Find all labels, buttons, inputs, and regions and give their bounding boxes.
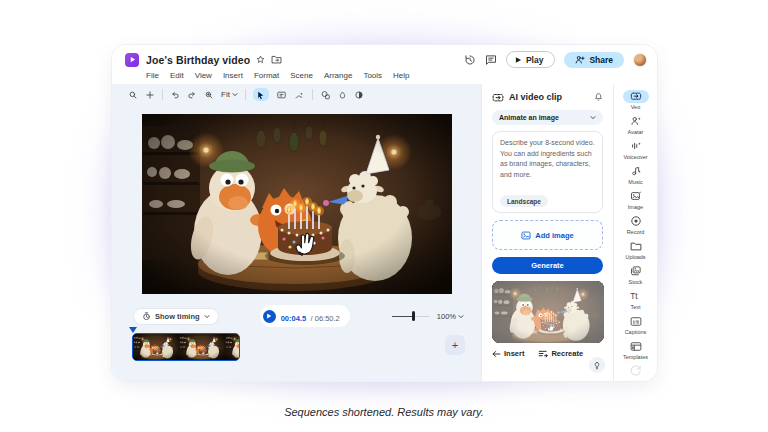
- add-icon[interactable]: [145, 90, 155, 100]
- toolbar: Fit: [112, 84, 481, 105]
- lightbulb-icon: [593, 361, 601, 370]
- menubar: File Edit View Insert Format Scene Arran…: [125, 68, 647, 82]
- menu-insert[interactable]: Insert: [223, 71, 243, 80]
- theme-icon[interactable]: [354, 90, 364, 100]
- insert-button[interactable]: Insert: [492, 349, 524, 358]
- total-time: / 06:50.2: [311, 314, 340, 323]
- sidebar-item-record[interactable]: Record: [614, 212, 657, 237]
- sidebar-item-uploads[interactable]: Uploads: [614, 237, 657, 262]
- fit-dropdown[interactable]: Fit: [221, 90, 238, 99]
- app-header: Joe's Birthday video Play: [112, 45, 657, 84]
- menu-edit[interactable]: Edit: [170, 71, 184, 80]
- add-image-button[interactable]: Add image: [492, 220, 603, 250]
- ai-clip-icon: [492, 92, 504, 103]
- timeline-controls: Show timing 00:04.5 / 06:50.2: [112, 307, 481, 325]
- select-tool-icon[interactable]: [253, 88, 269, 101]
- more-tools-icon: [629, 364, 642, 377]
- music-icon: [630, 165, 642, 178]
- vids-logo-icon[interactable]: [125, 53, 139, 67]
- sidebar-item-music[interactable]: Music: [614, 162, 657, 187]
- search-icon[interactable]: [128, 90, 138, 100]
- menu-view[interactable]: View: [195, 71, 212, 80]
- recreate-button[interactable]: Recreate: [538, 349, 583, 358]
- svg-text:Tt: Tt: [630, 292, 638, 301]
- video-canvas[interactable]: [142, 114, 452, 294]
- chevron-down-icon: [204, 314, 210, 319]
- undo-icon[interactable]: [170, 90, 180, 100]
- play-icon: [515, 56, 522, 64]
- playback-pill: 00:04.5 / 06:50.2: [260, 305, 350, 327]
- sidebar-item-templates[interactable]: Templates: [614, 337, 657, 362]
- timing-icon: [142, 312, 151, 321]
- star-icon[interactable]: [256, 55, 265, 64]
- generated-preview[interactable]: [492, 281, 604, 343]
- menu-help[interactable]: Help: [393, 71, 409, 80]
- templates-icon: [630, 340, 642, 353]
- sidebar-item-image[interactable]: Image: [614, 187, 657, 212]
- document-title[interactable]: Joe's Birthday video: [146, 54, 250, 66]
- prompt-card: Landscape: [492, 131, 603, 213]
- avatar-sparkle-icon: [630, 115, 642, 128]
- menu-file[interactable]: File: [146, 71, 159, 80]
- version-history-icon[interactable]: [464, 54, 476, 66]
- laser-pointer-icon[interactable]: [294, 90, 305, 100]
- menu-scene[interactable]: Scene: [290, 71, 313, 80]
- chevron-down-icon: [590, 115, 596, 120]
- comment-icon[interactable]: [485, 54, 497, 66]
- tips-button[interactable]: [589, 357, 605, 373]
- text-box-icon[interactable]: [276, 90, 287, 100]
- timeline-clip-selected[interactable]: [132, 333, 240, 361]
- bell-icon[interactable]: [594, 92, 603, 102]
- menu-tools[interactable]: Tools: [363, 71, 382, 80]
- record-icon: [630, 215, 642, 228]
- recreate-icon: [538, 349, 548, 358]
- arrow-left-icon: [492, 350, 501, 358]
- shapes-icon[interactable]: [320, 90, 331, 100]
- veo-icon: [623, 90, 649, 103]
- avatar[interactable]: [633, 53, 647, 67]
- chevron-down-icon: [232, 92, 238, 97]
- sidebar-item-stock[interactable]: Stock: [614, 262, 657, 287]
- sidebar-item-voiceover[interactable]: Voiceover: [614, 137, 657, 162]
- app-window: Joe's Birthday video Play: [112, 45, 657, 381]
- mode-dropdown[interactable]: Animate an image: [492, 110, 603, 125]
- panel-title: AI video clip: [509, 92, 562, 102]
- tool-sidebar: Veo Avatar Voiceover Music: [613, 84, 657, 381]
- move-folder-icon[interactable]: [271, 55, 282, 64]
- prompt-input[interactable]: [500, 138, 595, 195]
- share-button[interactable]: Share: [564, 52, 624, 68]
- menu-arrange[interactable]: Arrange: [324, 71, 352, 80]
- ai-video-panel: AI video clip Animate an image Landscape…: [481, 84, 613, 381]
- canvas-area: Fit: [112, 84, 481, 381]
- disclaimer-caption: Sequences shortened. Results may vary.: [0, 406, 768, 418]
- chevron-down-icon: [458, 314, 464, 319]
- sidebar-item-avatar[interactable]: Avatar: [614, 112, 657, 137]
- voiceover-icon: [630, 140, 642, 153]
- timeline-zoom-slider[interactable]: [392, 311, 430, 321]
- redo-icon[interactable]: [187, 90, 197, 100]
- timeline-zoom-dropdown[interactable]: 100%: [437, 312, 464, 321]
- folder-icon: [630, 240, 642, 253]
- stock-media-icon: [630, 265, 642, 278]
- show-timing-button[interactable]: Show timing: [134, 309, 218, 324]
- current-time: 00:04.5: [281, 314, 306, 323]
- text-icon: Tt: [629, 290, 642, 303]
- captions-icon: [630, 315, 642, 328]
- sidebar-item-veo[interactable]: Veo: [614, 87, 657, 112]
- zoom-icon[interactable]: [204, 90, 214, 100]
- aspect-ratio-chip[interactable]: Landscape: [500, 195, 548, 207]
- play-button[interactable]: Play: [506, 51, 556, 68]
- sidebar-item-text[interactable]: Tt Text: [614, 287, 657, 312]
- image-icon: [521, 231, 531, 240]
- filmstrip: +: [132, 329, 481, 365]
- sidebar-item-captions[interactable]: Captions: [614, 312, 657, 337]
- image-sparkle-icon: [630, 190, 642, 203]
- timeline-play-button[interactable]: [263, 310, 276, 323]
- droplet-icon[interactable]: [338, 90, 347, 100]
- generate-button[interactable]: Generate: [492, 257, 603, 274]
- add-clip-button[interactable]: +: [445, 335, 465, 355]
- share-person-icon: [575, 55, 585, 64]
- menu-format[interactable]: Format: [254, 71, 279, 80]
